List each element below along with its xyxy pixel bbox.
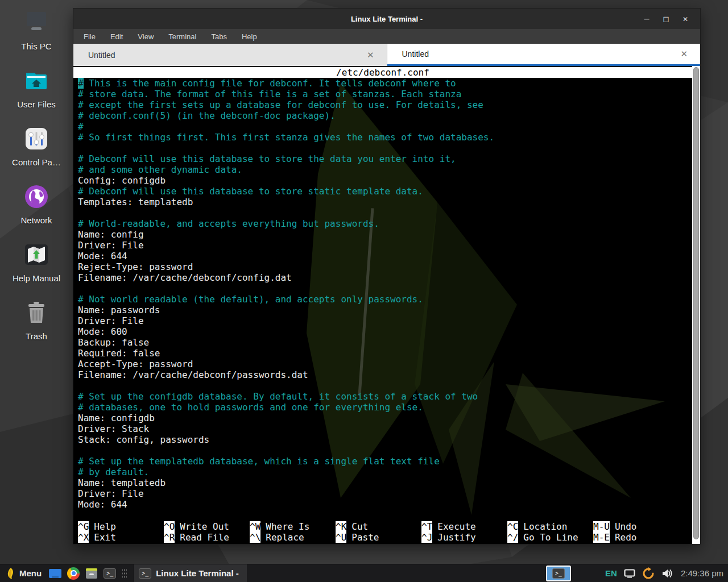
editor-line: Mode: 644 bbox=[78, 499, 692, 510]
editor-line: # debconf.conf(5) (in the debconf-doc pa… bbox=[78, 110, 692, 121]
show-desktop-button[interactable] bbox=[48, 567, 62, 580]
editor-line bbox=[78, 283, 692, 294]
shortcut-label: Replace bbox=[260, 532, 304, 543]
menu-tabs[interactable]: Tabs bbox=[211, 32, 226, 41]
titlebar[interactable]: Linux Lite Terminal - – □ ✕ bbox=[73, 9, 700, 29]
editor-line: # World-readable, and accepts everything… bbox=[78, 218, 692, 229]
editor-line: # So first things first. This first stan… bbox=[78, 132, 692, 143]
keyboard-layout-indicator[interactable]: EN bbox=[605, 568, 617, 578]
editor-content: # This is the main config file for debco… bbox=[73, 78, 692, 510]
volume-tray[interactable] bbox=[661, 567, 673, 580]
shortcut-label: Exit bbox=[89, 532, 116, 543]
shortcut-label: Help bbox=[89, 521, 116, 532]
shortcut-key: ^T bbox=[421, 521, 432, 532]
scrollbar-track[interactable] bbox=[692, 66, 700, 544]
file-manager-icon bbox=[85, 567, 98, 580]
menu-file[interactable]: File bbox=[84, 32, 96, 41]
tab-untitled-1[interactable]: Untitled ✕ bbox=[73, 44, 387, 66]
desktop-icon-label: This PC bbox=[21, 41, 51, 51]
update-notifier-tray[interactable] bbox=[642, 567, 655, 580]
terminal-screen[interactable]: GNU nano 7.2 /etc/debconf.conf # This is… bbox=[73, 66, 700, 544]
shortcut-label: Write Out bbox=[175, 521, 229, 532]
tab-untitled-2[interactable]: Untitled ✕ bbox=[387, 44, 701, 66]
desktop-icon-control-panel[interactable]: Control Pa… bbox=[2, 125, 71, 167]
menu-help[interactable]: Help bbox=[242, 32, 257, 41]
window-title: Linux Lite Terminal - bbox=[73, 15, 700, 23]
menu-view[interactable]: View bbox=[138, 32, 154, 41]
editor-line: Name: configdb bbox=[78, 413, 692, 423]
trash-icon bbox=[23, 299, 50, 326]
menu-label: Menu bbox=[19, 568, 42, 578]
editor-line: Filename: /var/cache/debconf/config.dat bbox=[78, 272, 692, 283]
editor-line bbox=[78, 380, 692, 391]
nano-shortcut: ^UPaste bbox=[336, 532, 421, 543]
linux-lite-logo-icon bbox=[6, 567, 16, 580]
editor-line: Accept-Type: password bbox=[78, 359, 692, 369]
start-menu-button[interactable]: Menu bbox=[3, 567, 44, 580]
nano-filename: /etc/debconf.conf bbox=[73, 67, 692, 78]
shortcut-key: ^\ bbox=[250, 532, 260, 543]
panel-separator[interactable] bbox=[122, 568, 127, 579]
editor-line: Name: templatedb bbox=[78, 477, 692, 488]
editor-line bbox=[78, 445, 692, 456]
desktop-icon-this-pc[interactable]: This PC bbox=[2, 9, 71, 51]
editor-line: # Set up the configdb database. By defau… bbox=[78, 391, 692, 402]
tab-label: Untitled bbox=[81, 51, 115, 60]
clock[interactable]: 2:49:36 pm bbox=[680, 568, 723, 578]
shortcut-key: ^J bbox=[421, 532, 432, 543]
maximize-button[interactable]: □ bbox=[660, 14, 672, 24]
desktop-icon-trash[interactable]: Trash bbox=[2, 299, 71, 341]
shortcut-key: ^G bbox=[78, 521, 89, 532]
menu-terminal[interactable]: Terminal bbox=[168, 32, 196, 41]
display-settings-tray[interactable] bbox=[624, 567, 635, 580]
tab-close-icon[interactable]: ✕ bbox=[676, 48, 692, 60]
desktop-icon-label: Trash bbox=[26, 331, 47, 341]
nano-shortcut: ^CLocation bbox=[507, 521, 593, 532]
network-globe-icon bbox=[23, 183, 50, 210]
editor-line bbox=[78, 207, 692, 218]
shortcut-label: Undo bbox=[610, 521, 637, 532]
speaker-icon bbox=[661, 568, 673, 579]
terminal-window: Linux Lite Terminal - – □ ✕ File Edit Vi… bbox=[73, 8, 701, 544]
desktop-icon-network[interactable]: Network bbox=[2, 183, 71, 225]
terminal-launcher[interactable]: >_ bbox=[103, 567, 117, 580]
editor-line: Mode: 600 bbox=[78, 326, 692, 337]
shortcut-label: Cut bbox=[346, 521, 368, 532]
taskbar-window-label: Linux Lite Terminal - bbox=[156, 568, 239, 578]
nano-shortcut: ^RRead File bbox=[164, 532, 250, 543]
shortcut-key: M-E bbox=[593, 532, 610, 543]
chrome-launcher[interactable] bbox=[67, 567, 80, 580]
terminal-icon: >_ bbox=[139, 568, 151, 579]
shortcut-key: ^U bbox=[336, 532, 346, 543]
taskbar-window-button[interactable]: >_ Linux Lite Terminal - bbox=[134, 564, 247, 582]
scrollbar-thumb[interactable] bbox=[693, 67, 699, 539]
tab-close-icon[interactable]: ✕ bbox=[362, 49, 379, 61]
close-button[interactable]: ✕ bbox=[680, 14, 691, 24]
desktop-icon-user-files[interactable]: User Files bbox=[2, 67, 71, 109]
nano-titlebar: GNU nano 7.2 /etc/debconf.conf bbox=[73, 67, 692, 78]
minimize-button[interactable]: – bbox=[641, 14, 652, 24]
editor-line: Config: configdb bbox=[78, 175, 692, 186]
editor-line: Backup: false bbox=[78, 337, 692, 348]
desktop-icon-help-manual[interactable]: Help Manual bbox=[2, 241, 71, 283]
nano-shortcut: ^\Replace bbox=[250, 532, 336, 543]
desktop-icon-label: Help Manual bbox=[13, 273, 60, 283]
editor-line bbox=[78, 143, 692, 153]
editor-line: # Debconf will use this database to stor… bbox=[78, 153, 692, 164]
desktop-icon-label: Control Pa… bbox=[12, 157, 61, 167]
menu-edit[interactable]: Edit bbox=[110, 32, 123, 41]
shortcut-label: Location bbox=[518, 521, 567, 532]
editor-line: # except the first sets up a database fo… bbox=[78, 99, 692, 110]
editor-line: # store data. The format of this file is… bbox=[78, 89, 692, 99]
nano-shortcut: ^/Go To Line bbox=[507, 532, 593, 543]
file-manager-launcher[interactable] bbox=[85, 567, 98, 580]
this-pc-icon bbox=[23, 9, 50, 36]
nano-shortcut: M-ERedo bbox=[593, 532, 679, 543]
editor-line: # bbox=[78, 121, 692, 132]
tray-terminal-button[interactable]: >_ bbox=[546, 566, 571, 581]
editor-line: Required: false bbox=[78, 348, 692, 359]
editor-line: Name: config bbox=[78, 229, 692, 240]
updates-refresh-icon bbox=[642, 567, 655, 580]
tab-label: Untitled bbox=[395, 49, 429, 59]
nano-shortcut: ^JJustify bbox=[421, 532, 507, 543]
